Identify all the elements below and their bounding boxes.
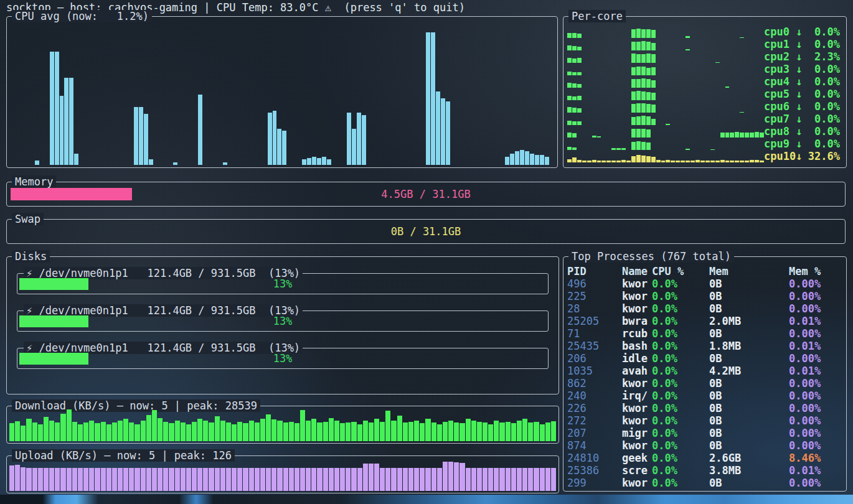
process-name: idle [622, 352, 652, 365]
percore-row-cpu0: cpu0 ↓0.0% [563, 26, 846, 38]
bar [641, 54, 646, 63]
process-mem-pct: 0.00% [789, 477, 842, 489]
bar [152, 410, 157, 441]
bar [740, 112, 744, 113]
process-row: 206idle0.0%0B0.00% [563, 352, 846, 365]
process-rows[interactable]: 496kwor0.0%0B0.00%225kwor0.0%0B0.00%28kw… [563, 278, 846, 489]
process-cpu-pct: 0.0% [652, 390, 709, 402]
disk-usage-pct: 13% [17, 274, 548, 294]
bar [606, 161, 611, 162]
process-mem: 4.2MB [709, 365, 789, 377]
bar [60, 96, 64, 165]
bar [567, 58, 572, 63]
process-mem: 0B [709, 290, 789, 302]
percore-label: cpu4 ↓0.0% [764, 75, 840, 88]
bar [67, 468, 72, 491]
bar [334, 421, 339, 441]
bar [255, 468, 260, 491]
bar [295, 423, 299, 441]
process-name: kwor [622, 402, 652, 414]
bar [646, 116, 651, 125]
bar [631, 156, 636, 162]
bar [306, 468, 311, 491]
bar [695, 160, 700, 162]
bar [420, 468, 425, 491]
percore-row-cpu10: cpu10↓32.6% [563, 150, 846, 162]
process-mem-pct: 0.00% [789, 414, 842, 427]
bar [441, 98, 445, 165]
percore-sparkline [567, 127, 764, 138]
bar [592, 136, 596, 138]
bar [380, 422, 385, 441]
bar [306, 421, 311, 441]
bar [38, 424, 43, 441]
percore-row-cpu6: cpu6 ↓0.0% [563, 100, 846, 113]
bar [466, 468, 471, 491]
process-pid: 225 [567, 290, 622, 302]
bar [237, 422, 242, 441]
bar [690, 161, 695, 162]
process-pid: 206 [567, 352, 622, 365]
bar [651, 119, 656, 125]
bar [414, 468, 419, 491]
bar [551, 468, 556, 491]
process-name: irq/ [622, 390, 652, 402]
bar [243, 468, 248, 491]
process-row: 272kwor0.0%0B0.00% [563, 414, 846, 427]
bar [631, 142, 636, 150]
percore-row-cpu1: cpu1 ↓0.0% [563, 38, 846, 50]
bar [631, 91, 636, 100]
bar [89, 468, 94, 491]
bar [631, 117, 636, 125]
bar [454, 422, 459, 441]
bar [329, 418, 334, 441]
bar [163, 422, 168, 441]
bar [505, 157, 509, 165]
bar [459, 463, 464, 491]
process-pid: 862 [567, 377, 622, 390]
bar [329, 468, 334, 491]
memory-panel: Memory 4.5GB / 31.1GB [6, 182, 846, 207]
process-pid: 24810 [567, 452, 622, 464]
process-cpu-pct: 0.0% [652, 427, 709, 439]
bar [567, 107, 572, 113]
process-mem: 0B [709, 390, 789, 402]
bar [209, 422, 214, 441]
memory-gauge: 4.5GB / 31.1GB [7, 182, 845, 206]
process-name: geek [622, 452, 652, 464]
percore-core-name: cpu4 ↓ [764, 75, 802, 88]
bar [572, 157, 577, 162]
bar [268, 113, 272, 165]
process-name: bwra [622, 315, 652, 327]
bar [611, 148, 616, 150]
bar [740, 133, 744, 138]
process-cpu-pct: 0.0% [652, 302, 709, 315]
bar [582, 161, 587, 162]
bar [534, 468, 539, 491]
process-cpu-pct: 0.0% [652, 439, 709, 452]
percore-core-name: cpu6 ↓ [764, 100, 802, 113]
bar [572, 72, 577, 75]
bar [466, 419, 471, 441]
bar [567, 96, 572, 100]
bar [567, 133, 572, 138]
process-row: 496kwor0.0%0B0.00% [563, 278, 846, 290]
bar [362, 115, 366, 165]
swap-usage-text: 0B / 31.1GB [7, 220, 845, 243]
disk-usage-pct: 13% [17, 348, 548, 368]
bar [592, 160, 596, 162]
bar [636, 67, 641, 75]
bar [437, 424, 442, 441]
percore-sparkline [567, 27, 764, 38]
bar [567, 159, 572, 162]
bar [169, 423, 174, 441]
bar [437, 468, 442, 491]
bar [735, 132, 739, 138]
bar [671, 161, 675, 162]
bar [431, 422, 436, 441]
bar [123, 468, 128, 491]
bar [517, 421, 522, 441]
process-mem: 0B [709, 327, 789, 340]
process-mem-pct: 0.01% [789, 464, 842, 477]
bar [641, 67, 646, 75]
